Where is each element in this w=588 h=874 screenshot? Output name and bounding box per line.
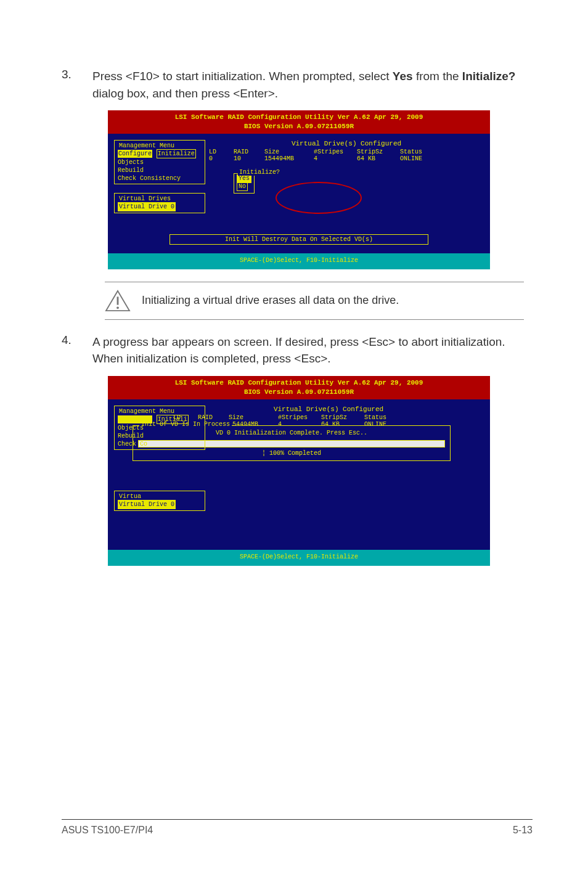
note-text: Initializing a virtual drive erases all … bbox=[142, 294, 399, 307]
step-3: 3. Press <F10> to start initialization. … bbox=[62, 68, 533, 102]
cell: 4 bbox=[314, 155, 357, 162]
progress-percent: 100% Completed bbox=[138, 450, 445, 457]
management-menu: Management Menu Configure Initiali Objec… bbox=[114, 406, 205, 450]
step-4: 4. A progress bar appears on screen. If … bbox=[62, 333, 533, 367]
t: dialog box, and then press <Enter>. bbox=[92, 87, 278, 100]
cell: 154494MB bbox=[264, 155, 314, 162]
bios-title: LSI Software RAID Configuration Utility … bbox=[175, 379, 423, 386]
step-number: 4. bbox=[62, 333, 92, 367]
col-status: Status bbox=[364, 414, 401, 421]
menu-configure[interactable]: Configure bbox=[118, 150, 152, 158]
menu-objects[interactable]: Objects bbox=[118, 158, 202, 166]
vd-title: Virtual Drives bbox=[118, 195, 172, 202]
menu-initialize[interactable]: Initiali bbox=[157, 415, 189, 424]
management-menu: Management Menu Configure Initialize Obj… bbox=[114, 140, 205, 184]
vd-configured-title: Virtual Drive(s) Configured bbox=[173, 406, 484, 413]
table-header: LD RAID Size #Stripes StripSz Status bbox=[173, 414, 484, 421]
menu-title: Management Menu bbox=[118, 142, 176, 149]
vd-title: Virtua bbox=[118, 493, 142, 500]
key-hints: SPACE-(De)Select, F10-Initialize bbox=[108, 552, 490, 564]
menu-objects[interactable]: Objects bbox=[118, 424, 202, 432]
step-text: Press <F10> to start initialization. Whe… bbox=[92, 68, 533, 102]
bios-title: LSI Software RAID Configuration Utility … bbox=[175, 113, 423, 121]
t-bold: Initialize? bbox=[462, 70, 516, 83]
cell: 64 KB bbox=[357, 155, 400, 162]
menu-title: Management Menu bbox=[118, 408, 176, 415]
bios-screenshot-1: LSI Software RAID Configuration Utility … bbox=[108, 110, 490, 269]
dialog-yes[interactable]: Yes bbox=[237, 174, 251, 183]
vd-item[interactable]: Virtual Drive 0 bbox=[118, 500, 176, 509]
bios-screenshot-2: LSI Software RAID Configuration Utility … bbox=[108, 376, 490, 566]
vd-item[interactable]: Virtual Drive 0 bbox=[118, 202, 176, 211]
dialog-no[interactable]: No bbox=[237, 183, 248, 191]
bios-header: LSI Software RAID Configuration Utility … bbox=[108, 110, 490, 134]
vd-configured-title: Virtual Drive(s) Configured bbox=[209, 140, 484, 147]
dialog-title: Initialize? bbox=[238, 169, 281, 176]
menu-check-consistency[interactable]: Check Co bbox=[118, 440, 202, 448]
t: Press <F10> to start initialization. Whe… bbox=[92, 70, 393, 83]
table-header: LD RAID Size #Stripes StripSz Status bbox=[209, 149, 484, 155]
bios-version: BIOS Version A.09.07211059R bbox=[244, 388, 354, 396]
step-number: 3. bbox=[62, 68, 92, 102]
menu-initialize[interactable]: Initialize bbox=[157, 149, 196, 158]
footer-right: 5-13 bbox=[513, 825, 533, 836]
col-raid: RAID bbox=[234, 149, 264, 155]
step-text: A progress bar appears on screen. If des… bbox=[92, 333, 533, 367]
key-bar: SPACE-(De)Select, F10-Initialize bbox=[108, 550, 490, 566]
cell: ONLINE bbox=[400, 155, 437, 162]
col-stripsz: StripSz bbox=[321, 414, 364, 421]
t: from the bbox=[413, 70, 462, 83]
key-hints: SPACE-(De)Select, F10-Initialize bbox=[108, 255, 490, 268]
page-footer: ASUS TS100-E7/PI4 5-13 bbox=[62, 819, 533, 836]
col-status: Status bbox=[400, 149, 437, 155]
warning-bar: Init Will Destroy Data On Selected VD(s) bbox=[169, 234, 428, 245]
cell: 10 bbox=[234, 155, 264, 162]
col-size: Size bbox=[264, 149, 314, 155]
cell: 0 bbox=[209, 155, 234, 162]
col-stripsz: StripSz bbox=[357, 149, 400, 155]
virtual-drives-box: Virtual Drives Virtual Drive 0 bbox=[114, 193, 205, 213]
table-row: 0 10 154494MB 4 64 KB ONLINE bbox=[209, 155, 484, 162]
key-bar: SPACE-(De)Select, F10-Initialize bbox=[108, 253, 490, 269]
menu-check-consistency[interactable]: Check Consistency bbox=[118, 174, 202, 182]
col-size: Size bbox=[229, 414, 278, 421]
footer-left: ASUS TS100-E7/PI4 bbox=[62, 825, 153, 836]
svg-point-1 bbox=[116, 306, 119, 309]
bios-version: BIOS Version A.09.07211059R bbox=[244, 123, 354, 130]
menu-rebuild[interactable]: Rebuild bbox=[118, 166, 202, 174]
menu-configure[interactable]: Configure bbox=[118, 415, 152, 423]
menu-rebuild[interactable]: Rebuild bbox=[118, 432, 202, 440]
col-ld: LD bbox=[209, 149, 234, 155]
t-bold: Yes bbox=[393, 70, 413, 83]
bios-header: LSI Software RAID Configuration Utility … bbox=[108, 376, 490, 399]
virtual-drives-box: Virtua Virtual Drive 0 bbox=[114, 491, 205, 511]
initialize-dialog: Initialize? Yes No bbox=[234, 173, 255, 194]
warning-icon bbox=[105, 290, 131, 312]
col-stripes: #Stripes bbox=[314, 149, 357, 155]
note-callout: Initializing a virtual drive erases all … bbox=[105, 282, 524, 320]
col-stripes: #Stripes bbox=[278, 414, 321, 421]
